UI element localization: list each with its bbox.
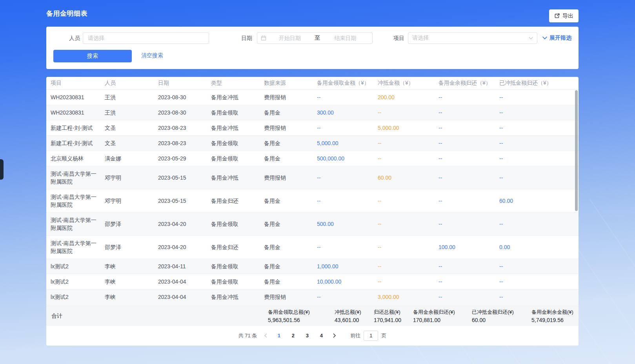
expand-filters-link[interactable]: 展开筛选 <box>542 35 571 42</box>
table-cell: 2023-08-23 <box>158 120 211 135</box>
goto-label: 前往 <box>350 332 360 339</box>
table-cell: 新建工程-刘-测试 <box>51 136 105 151</box>
page-unit-label: 页 <box>381 332 386 339</box>
summary-item-label: 冲抵总额(¥) <box>335 309 374 316</box>
table-cell: -- <box>438 105 499 120</box>
column-header: 日期 <box>158 80 211 87</box>
date-range-picker[interactable]: 至 <box>257 32 373 44</box>
table-row[interactable]: 新建工程-刘-测试文圣2023-08-23备用金领取备用金5,000.00---… <box>46 136 579 151</box>
table-cell: 5,000.00 <box>378 120 438 135</box>
main-content: 备用金明细表 导出 人员 日期 至 <box>46 0 579 346</box>
start-date-input[interactable] <box>266 35 313 42</box>
pagination-total-text: 共 71 条 <box>238 332 257 339</box>
project-select[interactable]: 请选择 <box>408 32 537 44</box>
page-button-1[interactable]: 1 <box>274 332 284 339</box>
table-cell: -- <box>378 217 438 231</box>
next-page-button[interactable] <box>331 333 338 339</box>
page-header: 备用金明细表 导出 <box>46 0 579 27</box>
table-row[interactable]: 测试-南昌大学第一附属医院邵梦泽2023-04-20备用金归还备用金----10… <box>46 236 579 259</box>
table-cell: -- <box>317 240 378 255</box>
table-cell: -- <box>438 217 499 231</box>
table-cell: 10,000.00 <box>317 274 378 289</box>
table-cell: -- <box>438 193 499 208</box>
export-button-label: 导出 <box>562 13 573 20</box>
table-cell: 备用金领取 <box>211 151 264 166</box>
table-row[interactable]: 北京顺义杨林满金娜2023-05-29备用金领取备用金500,000.00---… <box>46 151 579 166</box>
table-row[interactable]: lx测试2李峡2023-04-11备用金领取备用金1,000.00------ <box>46 259 579 274</box>
table-row[interactable]: WH20230831王洪2023-08-30备用金冲抵费用报销--200.00-… <box>46 90 579 105</box>
table-cell: -- <box>317 170 378 185</box>
table-cell: 邵梦泽 <box>105 240 158 255</box>
prev-page-button[interactable] <box>262 333 269 339</box>
table-row[interactable]: 测试-南昌大学第一附属医院邵梦泽2023-04-20备用金领取备用金500.00… <box>46 213 579 236</box>
table-cell: 邓宇明 <box>105 170 158 185</box>
table-cell: 500.00 <box>317 217 378 231</box>
table-cell: -- <box>499 170 573 185</box>
table-cell: 2023-08-30 <box>158 105 211 120</box>
table-cell: 测试-南昌大学第一附属医院 <box>51 189 105 212</box>
table-cell: 备用金冲抵 <box>211 120 264 135</box>
table-cell: 备用金 <box>264 105 317 120</box>
table-cell: 2023-04-20 <box>158 217 211 231</box>
clear-search-link[interactable]: 清空搜索 <box>141 52 163 59</box>
table-cell: -- <box>438 259 499 274</box>
goto-page-input[interactable] <box>364 331 378 341</box>
summary-total-label: 合计 <box>51 313 268 320</box>
table-cell: 测试-南昌大学第一附属医院 <box>51 213 105 235</box>
table-cell: 王洪 <box>105 90 158 105</box>
end-date-input[interactable] <box>322 35 369 42</box>
table-cell: 备用金冲抵 <box>211 170 264 185</box>
column-header: 冲抵金额（¥） <box>378 80 438 87</box>
table-cell: 北京顺义杨林 <box>51 151 105 166</box>
table-row[interactable]: lx测试2李峡2023-04-04备用金领取备用金10,000.00------ <box>46 274 579 289</box>
table-cell: 测试-南昌大学第一附属医院 <box>51 166 105 189</box>
summary-item-label: 备用金领取总额(¥) <box>268 309 335 316</box>
table-cell: 200.00 <box>378 90 438 105</box>
person-select-input[interactable] <box>83 32 209 44</box>
table-cell: 备用金领取 <box>211 136 264 151</box>
table-cell: -- <box>499 274 573 289</box>
table-cell: 备用金 <box>264 259 317 274</box>
pagination-bar: 共 71 条 1234 前往 页 <box>46 326 579 345</box>
chevron-down-icon <box>542 36 547 40</box>
table-row[interactable]: 新建工程-刘-测试文圣2023-08-23备用金冲抵费用报销--5,000.00… <box>46 120 579 136</box>
table-cell: WH20230831 <box>51 90 105 105</box>
table-cell: 2023-04-20 <box>158 240 211 255</box>
table-cell: 备用金领取 <box>211 259 264 274</box>
summary-items: 备用金领取总额(¥)5,963,501.56冲抵总额(¥)43,601.00归还… <box>268 309 579 323</box>
table-header-row: 项目人员日期类型数据来源备用金领取金额（¥）冲抵金额（¥）备用金余额归还（¥）已… <box>46 77 579 90</box>
date-range-separator: 至 <box>313 35 322 42</box>
summary-item: 备用金领取总额(¥)5,963,501.56 <box>268 309 335 323</box>
page-title: 备用金明细表 <box>46 9 87 18</box>
table-cell: 邓宇明 <box>105 193 158 208</box>
table-cell: 备用金 <box>264 274 317 289</box>
goto-page-group: 前往 页 <box>350 331 386 341</box>
search-button[interactable]: 搜索 <box>53 50 132 62</box>
table-cell: 新建工程-刘-测试 <box>51 120 105 135</box>
page-button-3[interactable]: 3 <box>302 332 312 339</box>
table-row[interactable]: WH20230831王洪2023-08-30备用金领取备用金300.00----… <box>46 105 579 120</box>
table-cell: 备用金冲抵 <box>211 289 264 304</box>
table-cell: 满金娜 <box>105 151 158 166</box>
table-cell: 备用金 <box>264 217 317 231</box>
summary-row: 合计 备用金领取总额(¥)5,963,501.56冲抵总额(¥)43,601.0… <box>46 306 579 326</box>
table-cell: -- <box>378 259 438 274</box>
table-row[interactable]: lx测试2李峡2023-04-04备用金冲抵费用报销--3,000.00---- <box>46 289 579 305</box>
table-row[interactable]: 测试-南昌大学第一附属医院邓宇明2023-05-15备用金归还备用金------… <box>46 189 579 213</box>
table-cell: -- <box>438 136 499 151</box>
table-cell: -- <box>438 151 499 166</box>
page-button-2[interactable]: 2 <box>288 332 298 339</box>
table-cell: WH20230831 <box>51 105 105 120</box>
table-cell: -- <box>438 90 499 105</box>
table-row[interactable]: 测试-南昌大学第一附属医院邓宇明2023-05-15备用金冲抵费用报销--60.… <box>46 166 579 189</box>
page-button-4[interactable]: 4 <box>317 332 326 339</box>
table-scrollbar[interactable] <box>575 90 578 211</box>
summary-item-label: 备用金余额归还(¥) <box>413 309 472 316</box>
export-button[interactable]: 导出 <box>549 9 579 22</box>
table-cell: 2023-08-30 <box>158 90 211 105</box>
chevron-left-icon <box>264 333 267 338</box>
drawer-handle[interactable] <box>0 159 4 180</box>
table-cell: 5,000.00 <box>317 136 378 151</box>
table-cell: lx测试2 <box>51 274 105 289</box>
person-label: 人员 <box>69 35 80 42</box>
